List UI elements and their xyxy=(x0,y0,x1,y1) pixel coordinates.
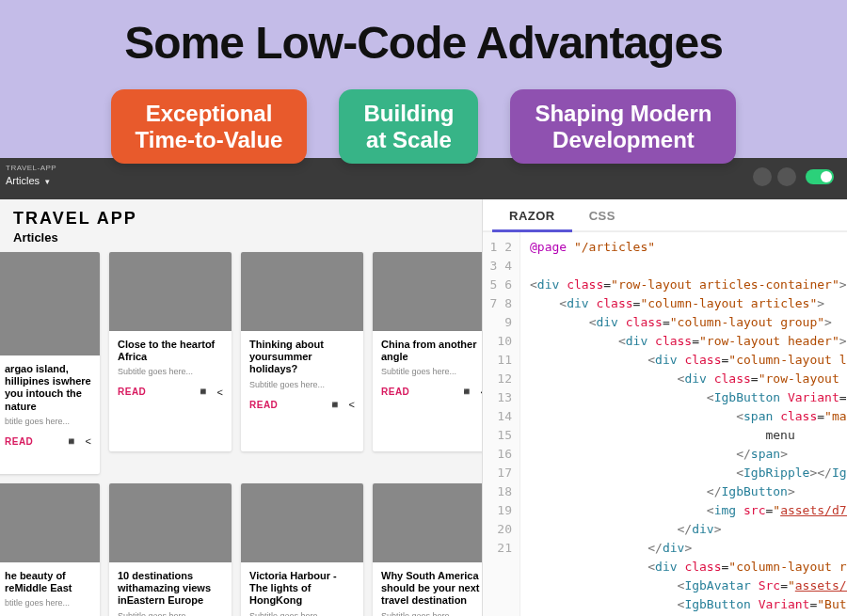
toolbar-button[interactable] xyxy=(777,167,796,186)
bookmark-icon[interactable]: ◾ xyxy=(328,399,342,411)
pill-line: Exceptional xyxy=(136,101,283,127)
bookmark-icon[interactable]: ◾ xyxy=(65,435,78,448)
page-selector-label: Articles xyxy=(6,175,40,186)
bookmark-icon[interactable]: ◾ xyxy=(197,386,210,398)
card-subtitle: Subtitle goes here... xyxy=(249,380,355,389)
card-title: Thinking about yoursummer holidays? xyxy=(249,339,355,376)
card-image xyxy=(0,252,100,355)
preview-toggle[interactable] xyxy=(806,169,834,184)
hero-title: Some Low-Code Advantages xyxy=(0,17,847,69)
card-grid: argao island, hillipines iswhere you int… xyxy=(0,252,482,616)
read-button[interactable]: READ xyxy=(118,387,189,397)
card-image xyxy=(109,483,232,562)
pill-line: Building xyxy=(363,101,454,127)
card-image xyxy=(373,252,482,331)
card-title: China from another angle xyxy=(381,339,482,363)
tab-razor[interactable]: RAZOR xyxy=(492,199,572,230)
card-title: 10 destinations withamazing views inEast… xyxy=(118,570,223,608)
card-subtitle: Subtitle goes here... xyxy=(249,611,355,616)
pill-time-to-value: Exceptional Time-to-Value xyxy=(111,89,308,164)
read-button[interactable]: READ xyxy=(381,387,453,397)
card-subtitle: Subtitle goes here... xyxy=(118,367,223,376)
project-tag: TRAVEL-APP xyxy=(6,164,56,172)
card-image xyxy=(241,483,363,562)
pill-line: at Scale xyxy=(363,127,454,153)
card-image xyxy=(373,483,482,562)
app-subtitle: Articles xyxy=(0,230,482,252)
read-button[interactable]: READ xyxy=(5,436,57,447)
pill-row: Exceptional Time-to-Value Building at Sc… xyxy=(0,89,847,164)
preview-pane: TRAVEL APP Articles argao island, hillip… xyxy=(0,199,482,616)
share-icon[interactable]: < xyxy=(217,387,223,398)
tab-css[interactable]: CSS xyxy=(572,199,632,230)
code-editor[interactable]: 1 2 3 4 5 6 7 8 9 10 11 12 13 14 15 16 1… xyxy=(483,232,847,616)
pill-line: Shaping Modern xyxy=(535,101,711,127)
code-lines: @page "/articles" <div class="row-layout… xyxy=(520,232,847,616)
app-title: TRAVEL APP xyxy=(0,199,482,230)
card-image xyxy=(109,252,232,331)
article-card[interactable]: argao island, hillipines iswhere you int… xyxy=(0,252,100,474)
card-title: argao island, hillipines iswhere you int… xyxy=(5,363,91,413)
article-card[interactable]: 10 destinations withamazing views inEast… xyxy=(109,483,232,616)
card-subtitle: btitle goes here... xyxy=(5,417,91,426)
pill-line: Time-to-Value xyxy=(136,127,283,153)
card-image xyxy=(0,483,100,562)
article-card[interactable]: he beauty of reMiddle East btitle goes h… xyxy=(0,483,100,616)
bookmark-icon[interactable]: ◾ xyxy=(460,386,473,398)
card-subtitle: btitle goes here... xyxy=(5,598,91,608)
share-icon[interactable]: < xyxy=(86,435,91,447)
hero-banner: Some Low-Code Advantages Exceptional Tim… xyxy=(0,0,847,164)
builder-toolbar: TRAVEL-APP Articles ▾ xyxy=(0,158,847,199)
line-gutter: 1 2 3 4 5 6 7 8 9 10 11 12 13 14 15 16 1… xyxy=(483,232,520,616)
card-title: Victoria Harbour - The lights of HongKon… xyxy=(249,570,355,608)
card-title: he beauty of reMiddle East xyxy=(5,570,91,594)
toolbar-button[interactable] xyxy=(753,167,772,186)
chevron-down-icon: ▾ xyxy=(45,177,50,186)
page-selector[interactable]: Articles ▾ xyxy=(6,175,50,186)
card-image xyxy=(241,252,363,331)
code-tabs: RAZOR CSS xyxy=(483,199,847,232)
pill-line: Development xyxy=(535,127,711,153)
article-card[interactable]: Victoria Harbour - The lights of HongKon… xyxy=(241,483,363,616)
pill-modern-dev: Shaping Modern Development xyxy=(510,89,736,164)
article-card[interactable]: Close to the heartof Africa Subtitle goe… xyxy=(109,252,232,451)
card-title: Close to the heartof Africa xyxy=(118,339,223,363)
card-title: Why South America should be your next tr… xyxy=(381,570,482,608)
share-icon[interactable]: < xyxy=(349,399,355,410)
article-card[interactable]: Why South America should be your next tr… xyxy=(373,483,482,616)
article-card[interactable]: China from another angle Subtitle goes h… xyxy=(373,252,482,451)
code-pane: RAZOR CSS 1 2 3 4 5 6 7 8 9 10 11 12 13 … xyxy=(482,199,847,616)
card-subtitle: Subtitle goes here... xyxy=(118,611,223,616)
article-card[interactable]: Thinking about yoursummer holidays? Subt… xyxy=(241,252,363,451)
card-subtitle: Subtitle goes here... xyxy=(381,611,482,616)
pill-scale: Building at Scale xyxy=(339,89,478,164)
card-subtitle: Subtitle goes here... xyxy=(381,367,482,376)
read-button[interactable]: READ xyxy=(249,400,321,410)
